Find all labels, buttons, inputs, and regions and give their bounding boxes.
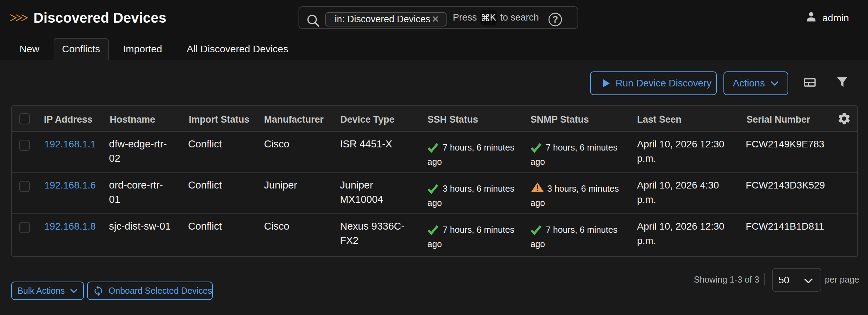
svg-text:?: ? (552, 14, 558, 25)
